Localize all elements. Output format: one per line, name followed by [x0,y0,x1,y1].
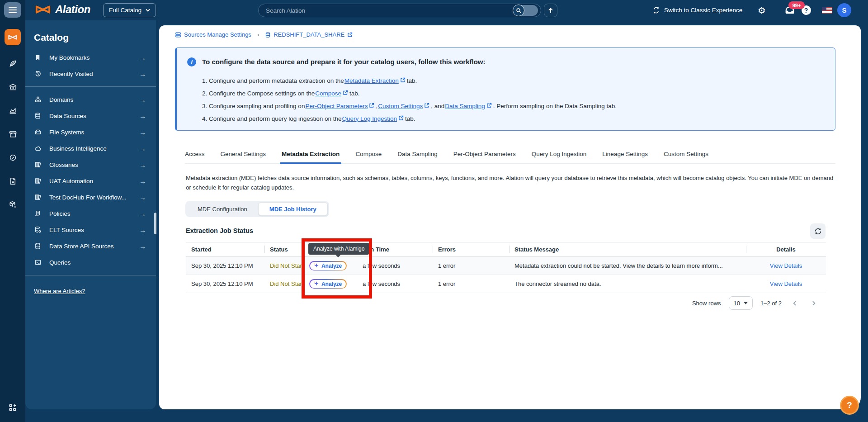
sidebar-item-file-systems[interactable]: File Systems→ [25,124,156,140]
breadcrumb-datasource-link[interactable]: REDSHIFT_DATA_SHARE [265,31,353,38]
workflow-step: 4. Configure and perform query log inges… [202,112,617,125]
sidebar-item-label: Test DocHub For Workflow... [49,194,132,201]
rail-item-cube-plus[interactable] [5,196,21,213]
search-icon [513,5,524,16]
sidebar-item-label: UAT Automation [49,178,132,185]
view-details-link[interactable]: View Details [770,280,802,287]
breadcrumb-separator: › [255,31,261,38]
external-link-icon [398,115,404,121]
tab-general-settings[interactable]: General Settings [221,146,266,163]
refresh-button[interactable] [810,223,826,239]
breadcrumb-sources-link[interactable]: Sources Manage Settings [175,31,251,38]
analyze-button[interactable]: Analyze [309,261,346,270]
sidebar-scrollbar[interactable] [154,213,156,234]
rail-item-bank[interactable] [5,79,21,95]
workflow-step-link[interactable]: Custom Settings [378,103,423,109]
sidebar-item-label: Domains [49,96,132,103]
rail-item-rosette-check[interactable] [5,149,21,166]
search-mode-toggle[interactable] [514,5,538,16]
cell-started: Sep 30, 2025 12:10 PM [186,280,264,287]
cell-run-time: a few seconds [357,280,433,287]
tab-query-log-ingestion[interactable]: Query Log Ingestion [532,146,587,163]
workflow-step-link[interactable]: Data Sampling [445,103,485,109]
sidebar-item-label: Data Sources [49,113,132,119]
tab-lineage-settings[interactable]: Lineage Settings [602,146,648,163]
tab-metadata-extraction[interactable]: Metadata Extraction [282,146,340,163]
app-rail [0,20,25,422]
arrow-right-icon: → [139,242,146,250]
tab-compose[interactable]: Compose [355,146,382,163]
sidebar-item-business-intelligence[interactable]: Business Intelligence→ [25,140,156,156]
help-fab-button[interactable]: ? [840,396,859,415]
search-submit-button[interactable] [544,4,557,17]
sidebar-item-queries[interactable]: Queries [25,254,156,270]
sidebar-item-label: Data Store API Sources [49,243,132,250]
sidebar-item-glossaries[interactable]: Glossaries→ [25,156,156,173]
tab-custom-settings[interactable]: Custom Settings [664,146,708,163]
language-flag-icon[interactable] [821,0,833,20]
workflow-step-link[interactable]: Compose [315,90,341,97]
arrow-up-icon [548,8,553,14]
tab-per-object-parameters[interactable]: Per-Object Parameters [453,146,516,163]
sidebar-item-data-sources[interactable]: Data Sources→ [25,108,156,124]
external-link-icon [400,77,406,83]
rail-item-feather[interactable] [5,55,21,71]
cell-status-message: Metadata extraction could not be started… [509,262,746,269]
rail-item-grid-plus[interactable] [5,399,21,416]
alation-app: Alation Full Catalog Switch to Classic E… [0,0,868,422]
rail-item-alation-bowtie[interactable] [5,29,21,45]
queries-icon [34,259,42,266]
catalog-scope-dropdown[interactable]: Full Catalog [103,3,156,17]
sidebar-item-domains[interactable]: Domains→ [25,91,156,108]
cell-details: View Details [746,262,826,269]
alation-logo[interactable]: Alation [34,3,90,16]
table-header-row: StartedStatusRun TimeErrorsStatus Messag… [186,242,826,257]
sidebar-item-elt-sources[interactable]: ELT Sources→ [25,222,156,238]
workflow-info-box: i To configure the data source and prepa… [175,47,835,131]
workflow-step-link[interactable]: Per-Object Parameters [305,103,368,109]
page-size-select[interactable]: 10 [729,296,753,310]
toggle-mde-job-history[interactable]: MDE Job History [258,202,328,216]
bookmark-icon [34,54,42,61]
search-bar[interactable] [258,4,541,17]
toggle-mde-configuration[interactable]: MDE Configuration [187,202,258,216]
where-are-articles-link[interactable]: Where are Articles? [34,288,85,294]
settings-gear-icon[interactable]: ⚙ [756,0,768,20]
bank-icon [9,83,17,91]
tab-data-sampling[interactable]: Data Sampling [397,146,438,163]
extraction-job-table: StartedStatusRun TimeErrorsStatus Messag… [186,242,826,313]
sidebar-item-recently-visited[interactable]: Recently Visited→ [25,66,156,82]
arrow-right-icon: → [139,177,146,185]
hamburger-menu-button[interactable] [4,2,21,18]
rail-item-area-chart[interactable] [5,102,21,119]
previous-page-button[interactable] [789,298,800,308]
analyze-button[interactable]: Analyze [309,279,346,289]
view-details-link[interactable]: View Details [770,262,802,269]
sidebar-item-data-store-api-sources[interactable]: Data Store API Sources→ [25,238,156,254]
sidebar-item-test-dochub-for-workflow[interactable]: Test DocHub For Workflow...→ [25,189,156,205]
sidebar-item-uat-automation[interactable]: UAT Automation→ [25,173,156,189]
info-icon: i [187,57,196,66]
sidebar-item-label: Queries [49,259,146,266]
user-avatar[interactable]: S [837,3,851,17]
workflow-step-link[interactable]: Query Log Ingestion [342,115,397,122]
cell-status-message: The connector streamed no data. [509,280,746,287]
sidebar-item-my-bookmarks[interactable]: My Bookmarks→ [25,49,156,66]
workflow-info-title: To configure the data source and prepare… [202,58,485,66]
rail-item-storefront[interactable] [5,126,21,142]
rail-item-document[interactable] [5,173,21,189]
search-input[interactable] [266,7,514,14]
workflow-step-link[interactable]: Metadata Extraction [344,77,399,84]
column-header-errors: Errors [433,242,509,256]
sidebar-divider [25,86,156,87]
column-header-started: Started [186,242,264,256]
catalog-sidebar: Catalog My Bookmarks→Recently Visited→Do… [25,20,156,409]
document-icon [9,177,17,185]
switch-to-classic-button[interactable]: Switch to Classic Experience [652,0,742,20]
next-page-button[interactable] [808,298,819,308]
brand-name: Alation [55,3,90,16]
sidebar-item-policies[interactable]: Policies→ [25,205,156,222]
tab-access[interactable]: Access [185,146,205,163]
database-icon [265,32,271,38]
external-link-icon [347,32,353,38]
